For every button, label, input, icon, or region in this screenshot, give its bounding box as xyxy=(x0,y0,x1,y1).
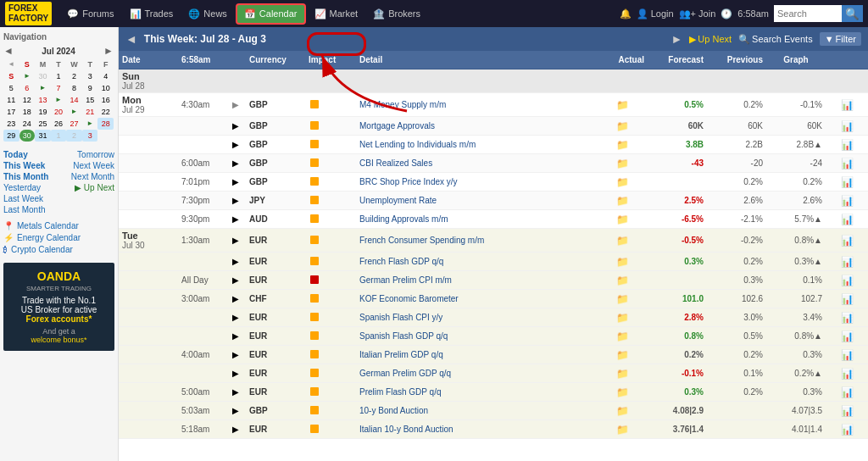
folder-icon[interactable]: 📁 xyxy=(616,386,629,398)
ev-detail[interactable]: 📁 xyxy=(597,403,648,419)
ev-speaker[interactable]: ▶ xyxy=(229,423,246,436)
mini-cal-week-arrow-4[interactable]: ► xyxy=(66,106,82,118)
ev-detail[interactable]: 📁 xyxy=(597,156,648,171)
ev-graph[interactable]: 📊 xyxy=(826,422,868,437)
next-month-button[interactable]: ► xyxy=(103,45,114,57)
ev-name[interactable]: BRC Shop Price Index y/y xyxy=(356,175,597,188)
energy-calendar-link[interactable]: ⚡ Energy Calendar xyxy=(3,233,114,242)
ev-speaker[interactable]: ▶ xyxy=(229,213,246,225)
mini-cal-day-10[interactable]: 10 xyxy=(97,82,114,94)
folder-icon[interactable]: 📁 xyxy=(616,139,629,151)
ev-speaker[interactable]: ▶ xyxy=(229,138,246,151)
mini-cal-week-arrow-5[interactable]: ► xyxy=(82,118,98,130)
ev-detail[interactable]: 📁 xyxy=(597,273,648,288)
ev-detail[interactable]: 📁 xyxy=(597,254,648,269)
ev-graph[interactable]: 📊 xyxy=(826,97,868,113)
ev-graph[interactable]: 📊 xyxy=(826,329,868,344)
ev-graph[interactable]: 📊 xyxy=(826,156,868,171)
mini-cal-day-23[interactable]: 23 xyxy=(3,118,19,130)
mini-cal-day-16[interactable]: 16 xyxy=(97,94,114,106)
ev-detail[interactable]: 📁 xyxy=(597,422,648,437)
mini-cal-day-2[interactable]: 2 xyxy=(66,70,82,82)
mini-cal-day-1[interactable]: 1 xyxy=(51,70,67,82)
ev-speaker[interactable]: ▶ xyxy=(229,98,246,111)
mini-cal-day-30-today[interactable]: 30 xyxy=(19,130,36,142)
nav-brokers[interactable]: 🏦 Brokers xyxy=(366,5,427,23)
mini-cal-week-arrow-3[interactable]: ► xyxy=(51,94,67,106)
metals-calendar-link[interactable]: 📍 Metals Calendar xyxy=(3,221,114,230)
mini-cal-day-17[interactable]: 17 xyxy=(3,106,19,118)
mini-cal-day-aug3[interactable]: 3 xyxy=(82,130,98,142)
mini-cal-day-14[interactable]: 14 xyxy=(66,94,82,106)
folder-icon[interactable]: 📁 xyxy=(616,293,629,305)
folder-icon[interactable]: 📁 xyxy=(616,256,629,268)
folder-icon[interactable]: 📁 xyxy=(616,312,629,324)
ev-speaker[interactable]: ▶ xyxy=(229,404,246,417)
ev-graph[interactable]: 📊 xyxy=(826,403,868,419)
mini-cal-day-19[interactable]: 19 xyxy=(35,106,51,118)
folder-icon[interactable]: 📁 xyxy=(616,176,629,188)
mini-cal-day-9[interactable]: 9 xyxy=(82,82,98,94)
folder-icon[interactable]: 📁 xyxy=(616,368,629,380)
ev-speaker[interactable]: ▶ xyxy=(229,348,246,361)
mini-cal-day-aug2[interactable]: 2 xyxy=(66,130,82,142)
mini-cal-day-5[interactable]: 5 xyxy=(3,82,19,94)
ev-name[interactable]: Building Approvals m/m xyxy=(356,213,597,225)
ev-speaker[interactable]: ▶ xyxy=(229,274,246,286)
nav-news[interactable]: 🌐 News xyxy=(181,5,234,23)
nav-market[interactable]: 📈 Market xyxy=(308,5,365,23)
ev-name[interactable]: Unemployment Rate xyxy=(356,194,597,207)
folder-icon[interactable]: 📁 xyxy=(616,349,629,361)
search-submit-button[interactable]: 🔍 xyxy=(842,5,863,22)
next-week-button[interactable]: ► xyxy=(671,32,683,46)
ev-speaker[interactable]: ▶ xyxy=(229,175,246,188)
mini-cal-day-8[interactable]: 8 xyxy=(66,82,82,94)
ev-speaker[interactable]: ▶ xyxy=(229,234,246,247)
search-box[interactable]: 🔍 xyxy=(774,5,863,22)
folder-icon[interactable]: 📁 xyxy=(616,424,629,436)
mini-cal-day-15[interactable]: 15 xyxy=(82,94,98,106)
ev-detail[interactable]: 📁 xyxy=(597,119,648,134)
next-month-link[interactable]: Next Month xyxy=(71,172,114,181)
ev-name[interactable]: 10-y Bond Auction xyxy=(356,404,597,417)
ev-graph[interactable]: 📊 xyxy=(826,385,868,400)
yesterday-link[interactable]: Yesterday xyxy=(3,183,41,192)
filter-button[interactable]: ▼ Filter xyxy=(820,32,861,46)
ev-name[interactable]: KOF Economic Barometer xyxy=(356,292,597,305)
prev-month-button[interactable]: ◄ xyxy=(3,45,14,57)
up-next-sidebar-link[interactable]: ▶ Up Next xyxy=(75,183,114,192)
mini-cal-day-6[interactable]: 6 xyxy=(19,82,36,94)
mini-cal-day-26[interactable]: 26 xyxy=(51,118,67,130)
mini-cal-day-3[interactable]: 3 xyxy=(82,70,98,82)
ev-detail[interactable]: 📁 xyxy=(597,137,648,153)
ev-speaker[interactable]: ▶ xyxy=(229,367,246,380)
ev-name[interactable]: CBI Realized Sales xyxy=(356,157,597,169)
ev-graph[interactable]: 📊 xyxy=(826,119,868,134)
ev-name[interactable]: Prelim Flash GDP q/q xyxy=(356,386,597,398)
mini-cal-day-22[interactable]: 22 xyxy=(97,106,114,118)
ev-detail[interactable]: 📁 xyxy=(597,347,648,363)
nav-calendar[interactable]: 📅 Calendar xyxy=(236,3,306,25)
tomorrow-link[interactable]: Tomorrow xyxy=(77,150,114,159)
ev-detail[interactable]: 📁 xyxy=(597,292,648,307)
ev-speaker[interactable]: ▶ xyxy=(229,311,246,324)
notification-bell-icon[interactable]: 🔔 xyxy=(620,8,632,19)
mini-cal-day-29[interactable]: 29 xyxy=(3,130,19,142)
ev-graph[interactable]: 📊 xyxy=(826,175,868,190)
mini-cal-week-arrow-1[interactable]: ► xyxy=(19,70,36,82)
ev-detail[interactable]: 📁 xyxy=(597,310,648,325)
ev-detail[interactable]: 📁 xyxy=(597,366,648,381)
folder-icon[interactable]: 📁 xyxy=(616,330,629,342)
mini-cal-day-aug1[interactable]: 1 xyxy=(51,130,67,142)
mini-cal-day-13[interactable]: 13 xyxy=(35,94,51,106)
folder-icon[interactable]: 📁 xyxy=(616,120,629,132)
mini-cal-day-12[interactable]: 12 xyxy=(19,94,36,106)
mini-cal-day-20[interactable]: 20 xyxy=(51,106,67,118)
this-week-link[interactable]: This Week xyxy=(3,161,45,170)
mini-cal-day-11[interactable]: 11 xyxy=(3,94,19,106)
prev-week-button[interactable]: ◄ xyxy=(125,32,137,46)
ev-detail[interactable]: 📁 xyxy=(597,193,648,208)
ev-detail[interactable]: 📁 xyxy=(597,175,648,190)
folder-icon[interactable]: 📁 xyxy=(616,158,629,169)
ev-name[interactable]: M4 Money Supply m/m xyxy=(356,98,597,111)
